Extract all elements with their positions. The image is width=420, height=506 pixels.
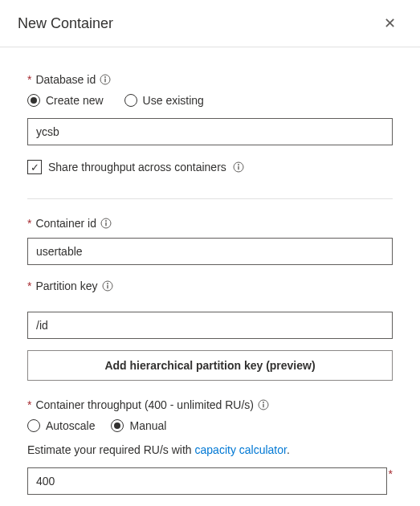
throughput-label: Container throughput (400 - unlimited RU… [35,398,254,411]
required-marker: * [27,73,31,86]
close-icon[interactable]: ✕ [377,11,402,35]
section-divider [27,198,393,199]
container-id-input[interactable] [27,238,393,265]
container-id-label: Container id [35,217,96,230]
throughput-group: * Container throughput (400 - unlimited … [27,398,393,495]
estimate-suffix: . [287,443,290,456]
required-marker: * [389,467,393,480]
svg-point-7 [105,220,107,222]
database-id-group: * Database id Create new Use existing ✓ … [27,73,393,174]
partition-key-group: * Partition key Add hierarchical partiti… [27,280,393,381]
info-icon[interactable] [100,74,111,85]
container-id-label-row: * Container id [27,217,393,230]
throughput-label-row: * Container throughput (400 - unlimited … [27,398,393,411]
svg-rect-11 [107,285,108,289]
radio-icon [124,94,137,107]
share-throughput-label: Share throughput across containers [48,161,226,173]
checkbox-icon: ✓ [27,160,42,174]
radio-autoscale-label: Autoscale [46,419,95,432]
partition-key-label-row: * Partition key [27,280,393,292]
radio-existing-label: Use existing [143,94,204,107]
svg-point-10 [107,283,108,284]
info-icon[interactable] [258,399,269,410]
svg-rect-5 [238,166,239,170]
svg-point-1 [104,76,106,78]
database-id-label-row: * Database id [27,73,393,86]
required-marker: * [27,398,31,411]
radio-use-existing[interactable]: Use existing [124,94,204,107]
svg-rect-14 [263,404,263,408]
partition-key-input[interactable] [27,312,393,339]
add-hierarchical-partition-button[interactable]: Add hierarchical partition key (preview) [27,350,393,381]
radio-icon [27,94,40,107]
share-throughput-checkbox[interactable]: ✓ Share throughput across containers [27,160,393,174]
info-icon[interactable] [233,161,244,173]
throughput-input-wrap: * [27,467,393,495]
capacity-calculator-link[interactable]: capacity calculator [195,443,287,456]
panel-header: New Container ✕ [0,0,420,47]
panel-title: New Container [18,15,113,32]
radio-create-label: Create new [46,94,104,107]
info-icon[interactable] [102,280,113,292]
radio-manual-label: Manual [129,419,166,432]
svg-rect-8 [105,222,106,226]
info-icon[interactable] [100,218,112,229]
estimate-prefix: Estimate your required RU/s with [27,443,195,456]
database-id-input[interactable] [27,118,393,145]
svg-rect-2 [104,79,105,83]
radio-icon [111,419,124,432]
required-marker: * [27,280,31,292]
panel-body: * Database id Create new Use existing ✓ … [0,47,420,506]
svg-point-13 [263,402,264,403]
database-mode-radios: Create new Use existing [27,94,393,107]
radio-autoscale[interactable]: Autoscale [27,419,95,432]
database-id-label: Database id [35,73,96,86]
radio-manual[interactable]: Manual [111,419,166,432]
throughput-input[interactable] [27,467,387,495]
partition-key-label: Partition key [35,280,97,292]
radio-icon [27,419,40,432]
radio-create-new[interactable]: Create new [27,94,104,107]
throughput-mode-radios: Autoscale Manual [27,419,393,432]
container-id-group: * Container id [27,217,393,265]
required-marker: * [27,217,31,230]
estimate-text: Estimate your required RU/s with capacit… [27,443,393,456]
svg-point-4 [238,164,239,165]
